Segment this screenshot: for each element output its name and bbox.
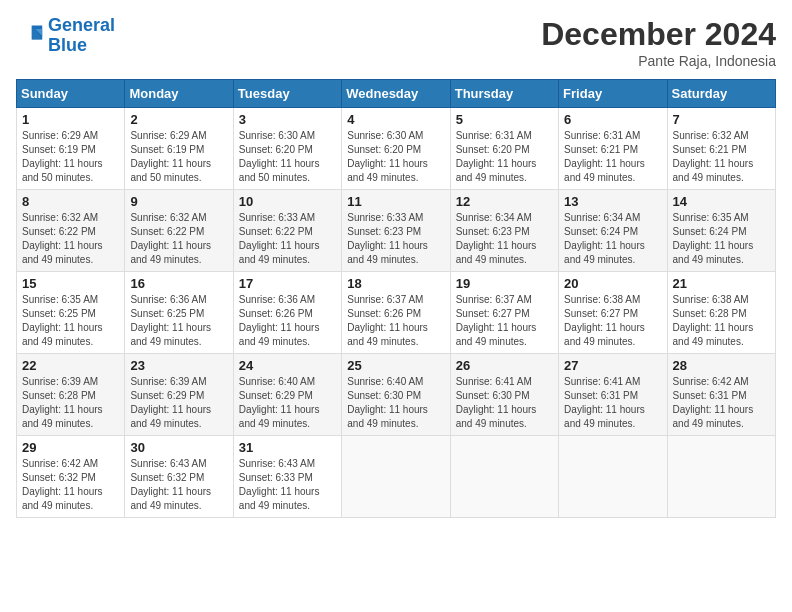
day-info: Sunrise: 6:32 AMSunset: 6:22 PMDaylight:… bbox=[130, 211, 227, 267]
day-number: 23 bbox=[130, 358, 227, 373]
calendar-day-cell bbox=[342, 436, 450, 518]
calendar-day-cell: 3Sunrise: 6:30 AMSunset: 6:20 PMDaylight… bbox=[233, 108, 341, 190]
calendar-week-row: 22Sunrise: 6:39 AMSunset: 6:28 PMDayligh… bbox=[17, 354, 776, 436]
day-number: 26 bbox=[456, 358, 553, 373]
day-info: Sunrise: 6:32 AMSunset: 6:21 PMDaylight:… bbox=[673, 129, 770, 185]
day-number: 6 bbox=[564, 112, 661, 127]
calendar-day-cell: 25Sunrise: 6:40 AMSunset: 6:30 PMDayligh… bbox=[342, 354, 450, 436]
calendar-day-cell: 29Sunrise: 6:42 AMSunset: 6:32 PMDayligh… bbox=[17, 436, 125, 518]
calendar-day-cell: 12Sunrise: 6:34 AMSunset: 6:23 PMDayligh… bbox=[450, 190, 558, 272]
day-info: Sunrise: 6:35 AMSunset: 6:25 PMDaylight:… bbox=[22, 293, 119, 349]
day-info: Sunrise: 6:30 AMSunset: 6:20 PMDaylight:… bbox=[347, 129, 444, 185]
day-info: Sunrise: 6:36 AMSunset: 6:26 PMDaylight:… bbox=[239, 293, 336, 349]
logo: General Blue bbox=[16, 16, 115, 56]
day-number: 27 bbox=[564, 358, 661, 373]
day-number: 13 bbox=[564, 194, 661, 209]
day-info: Sunrise: 6:43 AMSunset: 6:33 PMDaylight:… bbox=[239, 457, 336, 513]
calendar-day-cell: 18Sunrise: 6:37 AMSunset: 6:26 PMDayligh… bbox=[342, 272, 450, 354]
calendar-day-cell: 1Sunrise: 6:29 AMSunset: 6:19 PMDaylight… bbox=[17, 108, 125, 190]
day-info: Sunrise: 6:40 AMSunset: 6:29 PMDaylight:… bbox=[239, 375, 336, 431]
day-number: 10 bbox=[239, 194, 336, 209]
day-info: Sunrise: 6:41 AMSunset: 6:30 PMDaylight:… bbox=[456, 375, 553, 431]
calendar-day-cell: 19Sunrise: 6:37 AMSunset: 6:27 PMDayligh… bbox=[450, 272, 558, 354]
day-info: Sunrise: 6:32 AMSunset: 6:22 PMDaylight:… bbox=[22, 211, 119, 267]
day-info: Sunrise: 6:39 AMSunset: 6:28 PMDaylight:… bbox=[22, 375, 119, 431]
calendar-day-cell: 24Sunrise: 6:40 AMSunset: 6:29 PMDayligh… bbox=[233, 354, 341, 436]
day-info: Sunrise: 6:42 AMSunset: 6:31 PMDaylight:… bbox=[673, 375, 770, 431]
calendar-day-cell: 22Sunrise: 6:39 AMSunset: 6:28 PMDayligh… bbox=[17, 354, 125, 436]
day-info: Sunrise: 6:31 AMSunset: 6:20 PMDaylight:… bbox=[456, 129, 553, 185]
day-number: 25 bbox=[347, 358, 444, 373]
calendar-day-cell: 4Sunrise: 6:30 AMSunset: 6:20 PMDaylight… bbox=[342, 108, 450, 190]
day-info: Sunrise: 6:39 AMSunset: 6:29 PMDaylight:… bbox=[130, 375, 227, 431]
calendar-day-cell bbox=[450, 436, 558, 518]
calendar-day-cell: 21Sunrise: 6:38 AMSunset: 6:28 PMDayligh… bbox=[667, 272, 775, 354]
day-number: 24 bbox=[239, 358, 336, 373]
calendar-day-cell bbox=[559, 436, 667, 518]
calendar-table: SundayMondayTuesdayWednesdayThursdayFrid… bbox=[16, 79, 776, 518]
day-info: Sunrise: 6:34 AMSunset: 6:24 PMDaylight:… bbox=[564, 211, 661, 267]
calendar-day-cell: 14Sunrise: 6:35 AMSunset: 6:24 PMDayligh… bbox=[667, 190, 775, 272]
calendar-day-cell: 20Sunrise: 6:38 AMSunset: 6:27 PMDayligh… bbox=[559, 272, 667, 354]
day-info: Sunrise: 6:34 AMSunset: 6:23 PMDaylight:… bbox=[456, 211, 553, 267]
calendar-day-cell: 10Sunrise: 6:33 AMSunset: 6:22 PMDayligh… bbox=[233, 190, 341, 272]
day-number: 2 bbox=[130, 112, 227, 127]
calendar-day-cell: 11Sunrise: 6:33 AMSunset: 6:23 PMDayligh… bbox=[342, 190, 450, 272]
weekday-header: Wednesday bbox=[342, 80, 450, 108]
calendar-day-cell: 23Sunrise: 6:39 AMSunset: 6:29 PMDayligh… bbox=[125, 354, 233, 436]
day-info: Sunrise: 6:37 AMSunset: 6:27 PMDaylight:… bbox=[456, 293, 553, 349]
day-number: 5 bbox=[456, 112, 553, 127]
day-info: Sunrise: 6:41 AMSunset: 6:31 PMDaylight:… bbox=[564, 375, 661, 431]
calendar-day-cell: 16Sunrise: 6:36 AMSunset: 6:25 PMDayligh… bbox=[125, 272, 233, 354]
weekday-header: Friday bbox=[559, 80, 667, 108]
calendar-day-cell: 7Sunrise: 6:32 AMSunset: 6:21 PMDaylight… bbox=[667, 108, 775, 190]
title-area: December 2024 Pante Raja, Indonesia bbox=[541, 16, 776, 69]
day-number: 14 bbox=[673, 194, 770, 209]
day-info: Sunrise: 6:36 AMSunset: 6:25 PMDaylight:… bbox=[130, 293, 227, 349]
weekday-header: Monday bbox=[125, 80, 233, 108]
day-number: 11 bbox=[347, 194, 444, 209]
day-number: 21 bbox=[673, 276, 770, 291]
weekday-header: Sunday bbox=[17, 80, 125, 108]
day-info: Sunrise: 6:30 AMSunset: 6:20 PMDaylight:… bbox=[239, 129, 336, 185]
day-info: Sunrise: 6:31 AMSunset: 6:21 PMDaylight:… bbox=[564, 129, 661, 185]
day-number: 8 bbox=[22, 194, 119, 209]
page-header: General Blue December 2024 Pante Raja, I… bbox=[16, 16, 776, 69]
calendar-day-cell: 9Sunrise: 6:32 AMSunset: 6:22 PMDaylight… bbox=[125, 190, 233, 272]
calendar-day-cell: 26Sunrise: 6:41 AMSunset: 6:30 PMDayligh… bbox=[450, 354, 558, 436]
calendar-week-row: 1Sunrise: 6:29 AMSunset: 6:19 PMDaylight… bbox=[17, 108, 776, 190]
day-info: Sunrise: 6:42 AMSunset: 6:32 PMDaylight:… bbox=[22, 457, 119, 513]
calendar-title: December 2024 bbox=[541, 16, 776, 53]
calendar-day-cell: 27Sunrise: 6:41 AMSunset: 6:31 PMDayligh… bbox=[559, 354, 667, 436]
day-info: Sunrise: 6:37 AMSunset: 6:26 PMDaylight:… bbox=[347, 293, 444, 349]
calendar-week-row: 15Sunrise: 6:35 AMSunset: 6:25 PMDayligh… bbox=[17, 272, 776, 354]
day-info: Sunrise: 6:29 AMSunset: 6:19 PMDaylight:… bbox=[130, 129, 227, 185]
day-info: Sunrise: 6:35 AMSunset: 6:24 PMDaylight:… bbox=[673, 211, 770, 267]
day-number: 17 bbox=[239, 276, 336, 291]
day-number: 22 bbox=[22, 358, 119, 373]
day-number: 1 bbox=[22, 112, 119, 127]
calendar-day-cell: 6Sunrise: 6:31 AMSunset: 6:21 PMDaylight… bbox=[559, 108, 667, 190]
calendar-day-cell: 13Sunrise: 6:34 AMSunset: 6:24 PMDayligh… bbox=[559, 190, 667, 272]
day-number: 29 bbox=[22, 440, 119, 455]
day-number: 4 bbox=[347, 112, 444, 127]
calendar-day-cell: 31Sunrise: 6:43 AMSunset: 6:33 PMDayligh… bbox=[233, 436, 341, 518]
calendar-header: SundayMondayTuesdayWednesdayThursdayFrid… bbox=[17, 80, 776, 108]
weekday-header: Saturday bbox=[667, 80, 775, 108]
logo-text: General Blue bbox=[48, 16, 115, 56]
calendar-body: 1Sunrise: 6:29 AMSunset: 6:19 PMDaylight… bbox=[17, 108, 776, 518]
weekday-row: SundayMondayTuesdayWednesdayThursdayFrid… bbox=[17, 80, 776, 108]
day-number: 3 bbox=[239, 112, 336, 127]
calendar-day-cell: 2Sunrise: 6:29 AMSunset: 6:19 PMDaylight… bbox=[125, 108, 233, 190]
day-info: Sunrise: 6:43 AMSunset: 6:32 PMDaylight:… bbox=[130, 457, 227, 513]
calendar-day-cell bbox=[667, 436, 775, 518]
calendar-day-cell: 8Sunrise: 6:32 AMSunset: 6:22 PMDaylight… bbox=[17, 190, 125, 272]
day-number: 18 bbox=[347, 276, 444, 291]
logo-icon bbox=[16, 22, 44, 50]
weekday-header: Thursday bbox=[450, 80, 558, 108]
day-info: Sunrise: 6:33 AMSunset: 6:22 PMDaylight:… bbox=[239, 211, 336, 267]
day-info: Sunrise: 6:29 AMSunset: 6:19 PMDaylight:… bbox=[22, 129, 119, 185]
day-number: 30 bbox=[130, 440, 227, 455]
day-info: Sunrise: 6:38 AMSunset: 6:27 PMDaylight:… bbox=[564, 293, 661, 349]
day-number: 31 bbox=[239, 440, 336, 455]
